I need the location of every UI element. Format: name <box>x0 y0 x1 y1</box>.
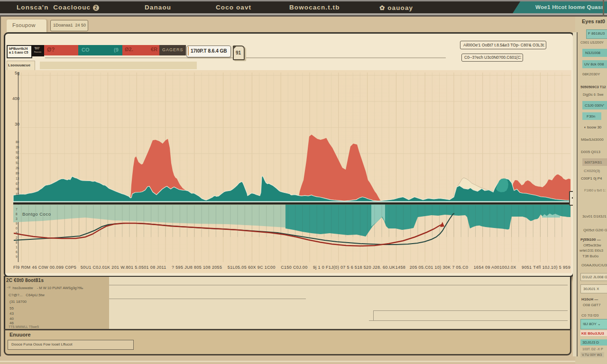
svg-text:26: 26 <box>16 166 19 170</box>
svg-text:92: 92 <box>16 151 19 154</box>
svg-text:400: 400 <box>12 96 19 101</box>
svg-text:33: 33 <box>16 192 19 196</box>
svg-text:6: 6 <box>16 250 18 254</box>
svg-text:3: 3 <box>16 217 18 220</box>
svg-text:98: 98 <box>16 187 19 191</box>
svg-text:7: 7 <box>16 208 18 211</box>
svg-text:89: 89 <box>16 172 19 175</box>
svg-text:8: 8 <box>16 212 18 216</box>
svg-text:08: 08 <box>16 156 19 159</box>
svg-text:1: 1 <box>16 246 18 249</box>
svg-text:9: 9 <box>16 222 18 225</box>
svg-text:5: 5 <box>16 231 18 235</box>
svg-text:2: 2 <box>16 236 18 239</box>
svg-text:80: 80 <box>16 140 19 144</box>
svg-text:9: 9 <box>16 255 18 258</box>
svg-text:67: 67 <box>16 182 19 185</box>
svg-text:35: 35 <box>16 146 19 149</box>
svg-text:5g: 5g <box>15 71 19 75</box>
svg-text:13: 13 <box>16 177 19 180</box>
svg-text:0: 0 <box>16 227 18 230</box>
svg-text:8: 8 <box>16 241 18 244</box>
svg-text:30: 30 <box>15 122 19 127</box>
svg-text:51: 51 <box>16 161 19 164</box>
